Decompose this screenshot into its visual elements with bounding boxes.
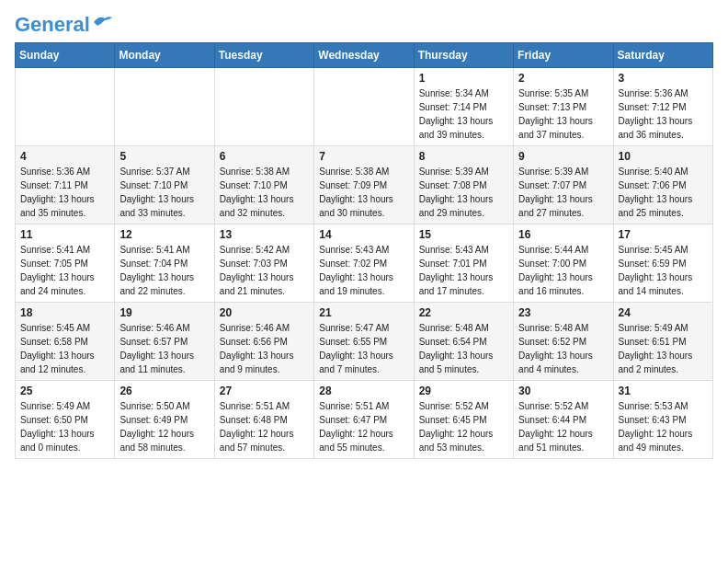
day-number: 4 [20, 150, 109, 163]
day-info: Sunrise: 5:46 AM Sunset: 6:56 PM Dayligh… [220, 321, 309, 376]
day-info: Sunrise: 5:43 AM Sunset: 7:02 PM Dayligh… [319, 243, 408, 298]
day-info: Sunrise: 5:45 AM Sunset: 6:58 PM Dayligh… [20, 321, 109, 376]
page-header: General [15, 15, 713, 31]
day-info: Sunrise: 5:44 AM Sunset: 7:00 PM Dayligh… [518, 243, 608, 298]
day-number: 10 [619, 150, 708, 163]
day-info: Sunrise: 5:52 AM Sunset: 6:45 PM Dayligh… [419, 399, 508, 454]
calendar-cell: 6Sunrise: 5:38 AM Sunset: 7:10 PM Daylig… [214, 146, 313, 224]
calendar-cell: 11Sunrise: 5:41 AM Sunset: 7:05 PM Dayli… [16, 224, 115, 303]
calendar-cell: 28Sunrise: 5:51 AM Sunset: 6:47 PM Dayli… [314, 381, 414, 459]
calendar-cell: 21Sunrise: 5:47 AM Sunset: 6:55 PM Dayli… [314, 303, 414, 381]
day-info: Sunrise: 5:48 AM Sunset: 6:52 PM Dayligh… [518, 321, 608, 376]
calendar-cell: 27Sunrise: 5:51 AM Sunset: 6:48 PM Dayli… [214, 381, 313, 459]
day-number: 11 [20, 228, 109, 241]
day-number: 17 [619, 228, 708, 241]
calendar-cell [16, 68, 115, 146]
logo-bird-icon [92, 15, 112, 29]
day-info: Sunrise: 5:45 AM Sunset: 6:59 PM Dayligh… [619, 243, 708, 298]
day-info: Sunrise: 5:49 AM Sunset: 6:50 PM Dayligh… [20, 399, 109, 454]
calendar-cell: 8Sunrise: 5:39 AM Sunset: 7:08 PM Daylig… [414, 146, 513, 224]
calendar-cell: 10Sunrise: 5:40 AM Sunset: 7:06 PM Dayli… [613, 146, 712, 224]
week-row-2: 4Sunrise: 5:36 AM Sunset: 7:11 PM Daylig… [16, 146, 713, 224]
day-number: 13 [220, 228, 309, 241]
day-number: 6 [220, 150, 309, 163]
day-info: Sunrise: 5:43 AM Sunset: 7:01 PM Dayligh… [419, 243, 508, 298]
day-number: 19 [119, 306, 209, 319]
calendar-cell: 29Sunrise: 5:52 AM Sunset: 6:45 PM Dayli… [414, 381, 513, 459]
day-header-thursday: Thursday [414, 43, 513, 68]
calendar-cell: 31Sunrise: 5:53 AM Sunset: 6:43 PM Dayli… [613, 381, 712, 459]
calendar-cell: 18Sunrise: 5:45 AM Sunset: 6:58 PM Dayli… [16, 303, 115, 381]
day-number: 20 [220, 306, 309, 319]
calendar-cell: 23Sunrise: 5:48 AM Sunset: 6:52 PM Dayli… [514, 303, 613, 381]
day-number: 15 [419, 228, 508, 241]
day-header-wednesday: Wednesday [314, 43, 414, 68]
day-number: 29 [419, 385, 508, 397]
day-info: Sunrise: 5:35 AM Sunset: 7:13 PM Dayligh… [518, 86, 608, 142]
calendar-cell: 15Sunrise: 5:43 AM Sunset: 7:01 PM Dayli… [414, 224, 513, 303]
day-info: Sunrise: 5:36 AM Sunset: 7:11 PM Dayligh… [20, 165, 109, 220]
day-number: 26 [119, 385, 209, 397]
calendar-cell: 3Sunrise: 5:36 AM Sunset: 7:12 PM Daylig… [613, 68, 712, 146]
calendar-cell: 7Sunrise: 5:38 AM Sunset: 7:09 PM Daylig… [314, 146, 414, 224]
day-number: 25 [20, 385, 109, 397]
week-row-1: 1Sunrise: 5:34 AM Sunset: 7:14 PM Daylig… [16, 68, 713, 146]
day-info: Sunrise: 5:39 AM Sunset: 7:08 PM Dayligh… [419, 165, 508, 220]
day-number: 24 [619, 306, 708, 319]
day-number: 30 [518, 385, 608, 397]
day-number: 22 [419, 306, 508, 319]
day-number: 27 [220, 385, 309, 397]
day-number: 18 [20, 306, 109, 319]
day-info: Sunrise: 5:48 AM Sunset: 6:54 PM Dayligh… [419, 321, 508, 376]
calendar-cell: 30Sunrise: 5:52 AM Sunset: 6:44 PM Dayli… [514, 381, 613, 459]
day-number: 3 [619, 72, 708, 85]
day-info: Sunrise: 5:51 AM Sunset: 6:48 PM Dayligh… [220, 399, 309, 454]
calendar-cell: 2Sunrise: 5:35 AM Sunset: 7:13 PM Daylig… [514, 68, 613, 146]
day-number: 5 [119, 150, 209, 163]
calendar-cell: 22Sunrise: 5:48 AM Sunset: 6:54 PM Dayli… [414, 303, 513, 381]
calendar-cell: 19Sunrise: 5:46 AM Sunset: 6:57 PM Dayli… [115, 303, 214, 381]
day-number: 28 [319, 385, 408, 397]
day-number: 7 [319, 150, 408, 163]
calendar-cell [314, 68, 414, 146]
calendar-cell: 4Sunrise: 5:36 AM Sunset: 7:11 PM Daylig… [16, 146, 115, 224]
day-info: Sunrise: 5:50 AM Sunset: 6:49 PM Dayligh… [119, 399, 209, 454]
day-info: Sunrise: 5:38 AM Sunset: 7:10 PM Dayligh… [220, 165, 309, 220]
calendar-cell: 12Sunrise: 5:41 AM Sunset: 7:04 PM Dayli… [115, 224, 214, 303]
day-header-tuesday: Tuesday [214, 43, 313, 68]
logo: General [15, 15, 112, 31]
header-row: SundayMondayTuesdayWednesdayThursdayFrid… [16, 43, 713, 68]
week-row-4: 18Sunrise: 5:45 AM Sunset: 6:58 PM Dayli… [16, 303, 713, 381]
day-number: 31 [619, 385, 708, 397]
day-number: 16 [518, 228, 608, 241]
calendar-cell: 24Sunrise: 5:49 AM Sunset: 6:51 PM Dayli… [613, 303, 712, 381]
day-number: 9 [518, 150, 608, 163]
day-info: Sunrise: 5:49 AM Sunset: 6:51 PM Dayligh… [619, 321, 708, 376]
day-info: Sunrise: 5:34 AM Sunset: 7:14 PM Dayligh… [419, 86, 508, 142]
day-header-saturday: Saturday [613, 43, 712, 68]
day-info: Sunrise: 5:41 AM Sunset: 7:04 PM Dayligh… [119, 243, 209, 298]
day-number: 21 [319, 306, 408, 319]
week-row-3: 11Sunrise: 5:41 AM Sunset: 7:05 PM Dayli… [16, 224, 713, 303]
day-info: Sunrise: 5:37 AM Sunset: 7:10 PM Dayligh… [119, 165, 209, 220]
day-number: 23 [518, 306, 608, 319]
day-number: 8 [419, 150, 508, 163]
day-info: Sunrise: 5:42 AM Sunset: 7:03 PM Dayligh… [220, 243, 309, 298]
week-row-5: 25Sunrise: 5:49 AM Sunset: 6:50 PM Dayli… [16, 381, 713, 459]
calendar-cell: 26Sunrise: 5:50 AM Sunset: 6:49 PM Dayli… [115, 381, 214, 459]
day-info: Sunrise: 5:52 AM Sunset: 6:44 PM Dayligh… [518, 399, 608, 454]
day-info: Sunrise: 5:36 AM Sunset: 7:12 PM Dayligh… [619, 86, 708, 142]
calendar-cell: 25Sunrise: 5:49 AM Sunset: 6:50 PM Dayli… [16, 381, 115, 459]
calendar-cell: 17Sunrise: 5:45 AM Sunset: 6:59 PM Dayli… [613, 224, 712, 303]
calendar-cell: 16Sunrise: 5:44 AM Sunset: 7:00 PM Dayli… [514, 224, 613, 303]
day-info: Sunrise: 5:41 AM Sunset: 7:05 PM Dayligh… [20, 243, 109, 298]
day-number: 12 [119, 228, 209, 241]
calendar-cell [115, 68, 214, 146]
day-number: 14 [319, 228, 408, 241]
calendar-cell: 20Sunrise: 5:46 AM Sunset: 6:56 PM Dayli… [214, 303, 313, 381]
calendar-cell: 13Sunrise: 5:42 AM Sunset: 7:03 PM Dayli… [214, 224, 313, 303]
calendar-cell: 9Sunrise: 5:39 AM Sunset: 7:07 PM Daylig… [514, 146, 613, 224]
day-info: Sunrise: 5:39 AM Sunset: 7:07 PM Dayligh… [518, 165, 608, 220]
day-info: Sunrise: 5:40 AM Sunset: 7:06 PM Dayligh… [619, 165, 708, 220]
day-info: Sunrise: 5:46 AM Sunset: 6:57 PM Dayligh… [119, 321, 209, 376]
